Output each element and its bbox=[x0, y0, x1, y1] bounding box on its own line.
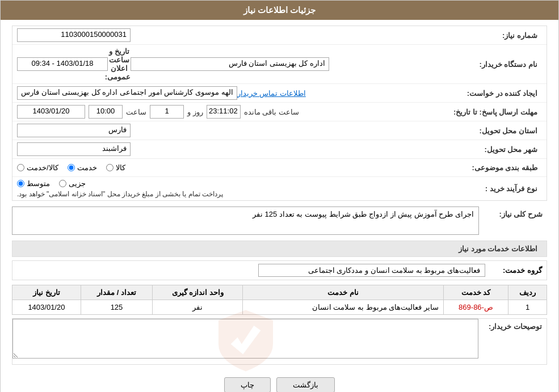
need-number-field: 1103000150000031 bbox=[17, 28, 131, 42]
contact-link[interactable]: اطلاعات تماس خریدار bbox=[237, 89, 306, 98]
page-wrapper: جزئیات اطلاعات نیاز شماره نیاز: 11030001… bbox=[0, 0, 559, 392]
description-field: اجرای طرح آموزش پیش از ازدواج طبق شرایط … bbox=[12, 206, 479, 235]
buyer-desc-label: توصیحات خریدار: bbox=[478, 319, 547, 334]
category-label: طبقه بندی موضوعی: bbox=[463, 163, 542, 172]
table-row: 1 ص-86-869 سایر فعالیت‌های مربوط به سلام… bbox=[12, 300, 547, 315]
category-option-kala-khadamat[interactable]: کالا/خدمت bbox=[17, 163, 58, 172]
category-option-kala[interactable]: کالا bbox=[106, 163, 125, 172]
col-unit: واحد اندازه گیری bbox=[153, 285, 243, 300]
service-group-label: گروه خدمت: bbox=[485, 266, 542, 275]
content-area: شماره نیاز: 1103000150000031 نام دستگاه … bbox=[1, 20, 558, 392]
creator-row: ایجاد کننده در خواست: اطلاعات تماس خریدا… bbox=[12, 84, 547, 103]
col-service-name: نام خدمت bbox=[243, 285, 443, 300]
need-number-value: 1103000150000031 bbox=[17, 28, 463, 42]
time-label: ساعت bbox=[126, 108, 146, 116]
day-and-label: روز و bbox=[187, 108, 203, 116]
announce-date-field: 1403/01/18 - 09:34 bbox=[17, 57, 108, 71]
category-row: طبقه بندی موضوعی: کالا/خدمت خدمت کالا bbox=[12, 159, 547, 177]
page-header: جزئیات اطلاعات نیاز bbox=[1, 1, 558, 20]
purchase-type-jozi[interactable]: جزیی bbox=[59, 179, 86, 188]
col-service-code: کد خدمت bbox=[443, 285, 508, 300]
actions-row: بازگشت چاپ bbox=[12, 370, 547, 392]
creator-label: ایجاد کننده در خواست: bbox=[463, 89, 542, 98]
creator-field: الهه موسوی کارشناس امور اجتماعی اداره کل… bbox=[17, 86, 237, 100]
table-header-row: ردیف کد خدمت نام خدمت واحد اندازه گیری ت… bbox=[12, 285, 547, 300]
service-group-field: فعالیت‌های مربوط به سلامت انسان و مددکار… bbox=[17, 264, 485, 277]
services-table: ردیف کد خدمت نام خدمت واحد اندازه گیری ت… bbox=[12, 285, 547, 315]
purchase-note: پرداخت تمام یا بخشی از مبلغ خریداز محل "… bbox=[17, 190, 223, 198]
category-radio-group: کالا/خدمت خدمت کالا bbox=[17, 163, 125, 172]
org-name-label: نام دستگاه خریدار: bbox=[463, 60, 542, 69]
deadline-row: مهلت ارسال پاسخ: تا تاریخ: ساعت باقی مان… bbox=[12, 103, 547, 121]
time-field: 10:00 bbox=[89, 105, 123, 119]
days-field: 1 bbox=[150, 105, 184, 119]
cell-row-num: 1 bbox=[508, 300, 547, 315]
cell-service-code: ص-86-869 bbox=[443, 300, 508, 315]
announce-date-label: تاریخ و ساعت اعلان عمومی: bbox=[108, 47, 131, 81]
purchase-type-motasat[interactable]: متوسط bbox=[17, 179, 50, 188]
purchase-type-label: نوع فرآیند خرید : bbox=[463, 184, 542, 193]
province-label: استان محل تحویل: bbox=[463, 127, 542, 135]
main-info-section: شماره نیاز: 1103000150000031 نام دستگاه … bbox=[12, 26, 547, 201]
org-announce-row: نام دستگاه خریدار: اداره کل بهزیستی استا… bbox=[12, 45, 547, 84]
city-label: شهر محل تحویل: bbox=[463, 145, 542, 154]
services-section-title: اطلاعات خدمات مورد نیاز bbox=[12, 241, 547, 257]
description-section: شرح کلی نیاز: اجرای طرح آموزش پیش از ازد… bbox=[12, 206, 547, 235]
cell-unit: نفر bbox=[153, 300, 243, 315]
cell-date: 1403/01/20 bbox=[12, 300, 81, 315]
remaining-time-field: 23:11:02 bbox=[207, 105, 241, 119]
org-name-field: اداره کل بهزیستی استان فارس bbox=[131, 57, 329, 71]
col-qty: تعداد / مقدار bbox=[81, 285, 152, 300]
col-row-num: ردیف bbox=[508, 285, 547, 300]
service-group-row: گروه خدمت: فعالیت‌های مربوط به سلامت انس… bbox=[12, 260, 547, 280]
need-number-row: شماره نیاز: 1103000150000031 bbox=[12, 26, 547, 45]
cell-qty: 125 bbox=[81, 300, 152, 315]
purchase-type-row: نوع فرآیند خرید : متوسط جزیی پرداخت تمام… bbox=[12, 177, 547, 200]
deadline-fields: ساعت باقی مانده 23:11:02 روز و 1 ساعت 10… bbox=[17, 105, 299, 119]
purchase-type-radio-group: متوسط جزیی bbox=[17, 179, 86, 188]
col-date: تاریخ نیاز bbox=[12, 285, 81, 300]
date-field: 1403/01/20 bbox=[17, 105, 85, 119]
description-label: شرح کلی نیاز: bbox=[479, 206, 547, 222]
need-number-label: شماره نیاز: bbox=[463, 31, 542, 40]
category-option-khadamat[interactable]: خدمت bbox=[68, 163, 97, 172]
city-field: فراشبند bbox=[17, 142, 131, 156]
cell-service-name: سایر فعالیت‌های مربوط به سلامت انسان bbox=[243, 300, 443, 315]
remaining-label: ساعت باقی مانده bbox=[244, 108, 299, 116]
back-button[interactable]: بازگشت bbox=[276, 377, 335, 392]
page-title: جزئیات اطلاعات نیاز bbox=[243, 5, 316, 15]
print-button[interactable]: چاپ bbox=[224, 377, 271, 392]
buyer-desc-field[interactable] bbox=[12, 319, 478, 359]
buyer-description-section: توصیحات خریدار: bbox=[12, 318, 547, 365]
city-row: شهر محل تحویل: فراشبند bbox=[12, 140, 547, 159]
province-row: استان محل تحویل: فارس bbox=[12, 121, 547, 140]
province-field: فارس bbox=[17, 124, 131, 137]
deadline-label: مهلت ارسال پاسخ: تا تاریخ: bbox=[453, 108, 542, 116]
org-section: اداره کل بهزیستی استان فارس bbox=[131, 57, 463, 71]
